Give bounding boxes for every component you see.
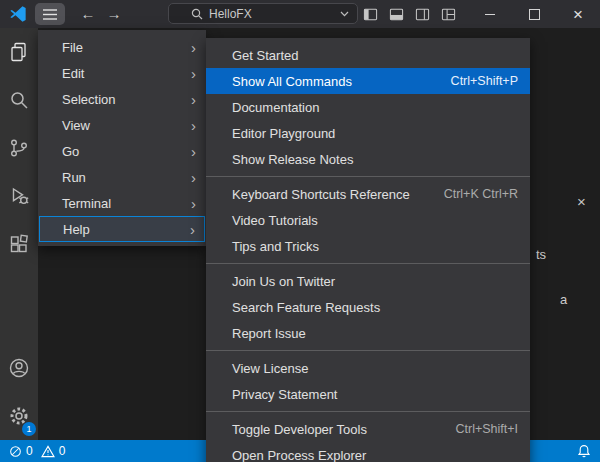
- warning-icon: [41, 445, 55, 458]
- customize-layout-icon[interactable]: [441, 7, 456, 22]
- menu-separator: [206, 411, 530, 412]
- submenu-item-editor-playground[interactable]: Editor Playground: [206, 120, 530, 146]
- menu-separator: [206, 263, 530, 264]
- settings-badge: 1: [22, 422, 36, 436]
- menu-shortcut: Ctrl+Shift+P: [451, 74, 518, 88]
- submenu-item-get-started[interactable]: Get Started: [206, 42, 530, 68]
- activity-bar: 1: [0, 28, 38, 440]
- toggle-secondary-sidebar-icon[interactable]: [415, 7, 430, 22]
- explorer-icon[interactable]: [0, 28, 38, 76]
- submenu-item-report-issue[interactable]: Report Issue: [206, 320, 530, 346]
- submenu-item-tips-and-tricks[interactable]: Tips and Tricks: [206, 233, 530, 259]
- help-submenu: Get Started Show All Commands Ctrl+Shift…: [206, 38, 530, 462]
- submenu-item-search-feature-requests[interactable]: Search Feature Requests: [206, 294, 530, 320]
- submenu-item-join-us-on-twitter[interactable]: Join Us on Twitter: [206, 268, 530, 294]
- toggle-primary-sidebar-icon[interactable]: [363, 7, 378, 22]
- submenu-chevron-icon: ›: [191, 118, 196, 133]
- extensions-icon[interactable]: [0, 220, 38, 268]
- window-maximize-button[interactable]: [512, 0, 556, 28]
- menu-item-run[interactable]: Run ›: [38, 164, 206, 190]
- command-center-search[interactable]: HelloFX: [168, 3, 358, 24]
- menu-item-help[interactable]: Help ›: [39, 216, 205, 242]
- notifications-bell[interactable]: [577, 444, 591, 458]
- titlebar-controls: ×: [363, 0, 600, 28]
- navigate-forward-icon[interactable]: →: [101, 0, 127, 28]
- submenu-chevron-icon: ›: [191, 40, 196, 55]
- submenu-item-privacy-statement[interactable]: Privacy Statement: [206, 381, 530, 407]
- submenu-chevron-icon: ›: [191, 170, 196, 185]
- vscode-logo-icon: [9, 5, 27, 23]
- account-icon[interactable]: [0, 344, 38, 392]
- settings-gear-icon[interactable]: 1: [0, 392, 38, 440]
- menu-item-edit[interactable]: Edit ›: [38, 60, 206, 86]
- menu-item-selection[interactable]: Selection ›: [38, 86, 206, 112]
- menu-shortcut: Ctrl+K Ctrl+R: [444, 187, 518, 201]
- vscode-window: × ts a ← → HelloFX: [0, 0, 600, 462]
- submenu-item-keyboard-shortcuts-reference[interactable]: Keyboard Shortcuts Reference Ctrl+K Ctrl…: [206, 181, 530, 207]
- search-icon: [191, 8, 203, 20]
- close-icon: ×: [573, 6, 583, 23]
- source-control-icon[interactable]: [0, 124, 38, 172]
- application-menu: File › Edit › Selection › View › Go › Ru…: [38, 30, 206, 246]
- error-count: 0: [26, 444, 33, 458]
- menu-item-terminal[interactable]: Terminal ›: [38, 190, 206, 216]
- search-value: HelloFX: [209, 7, 252, 21]
- submenu-item-show-release-notes[interactable]: Show Release Notes: [206, 146, 530, 172]
- submenu-chevron-icon: ›: [191, 92, 196, 107]
- menu-item-go[interactable]: Go ›: [38, 138, 206, 164]
- error-icon: [9, 445, 22, 458]
- window-close-button[interactable]: ×: [556, 0, 600, 28]
- submenu-item-open-process-explorer[interactable]: Open Process Explorer: [206, 442, 530, 462]
- submenu-item-show-all-commands[interactable]: Show All Commands Ctrl+Shift+P: [206, 68, 530, 94]
- title-bar: ← → HelloFX: [0, 0, 600, 28]
- run-debug-icon[interactable]: [0, 172, 38, 220]
- toggle-panel-icon[interactable]: [389, 7, 404, 22]
- warning-count: 0: [59, 444, 66, 458]
- search-sidebar-icon[interactable]: [0, 76, 38, 124]
- menu-item-file[interactable]: File ›: [38, 34, 206, 60]
- editor-text-fragment: ts: [536, 247, 546, 262]
- menu-item-view[interactable]: View ›: [38, 112, 206, 138]
- submenu-chevron-icon: ›: [191, 196, 196, 211]
- submenu-item-video-tutorials[interactable]: Video Tutorials: [206, 207, 530, 233]
- problems-indicator[interactable]: 0 0: [9, 444, 65, 458]
- navigate-back-icon[interactable]: ←: [75, 0, 101, 28]
- notification-close-icon[interactable]: ×: [577, 193, 586, 210]
- menu-shortcut: Ctrl+Shift+I: [455, 422, 518, 436]
- submenu-item-toggle-developer-tools[interactable]: Toggle Developer Tools Ctrl+Shift+I: [206, 416, 530, 442]
- submenu-chevron-icon: ›: [190, 222, 195, 237]
- submenu-item-view-license[interactable]: View License: [206, 355, 530, 381]
- chevron-down-icon: [340, 11, 349, 17]
- submenu-item-documentation[interactable]: Documentation: [206, 94, 530, 120]
- menu-separator: [206, 176, 530, 177]
- submenu-chevron-icon: ›: [191, 66, 196, 81]
- submenu-chevron-icon: ›: [191, 144, 196, 159]
- bell-icon: [577, 444, 591, 458]
- hamburger-menu-icon[interactable]: [35, 3, 65, 25]
- editor-text-fragment: a: [560, 292, 567, 307]
- menu-separator: [206, 350, 530, 351]
- window-minimize-button[interactable]: [468, 0, 512, 28]
